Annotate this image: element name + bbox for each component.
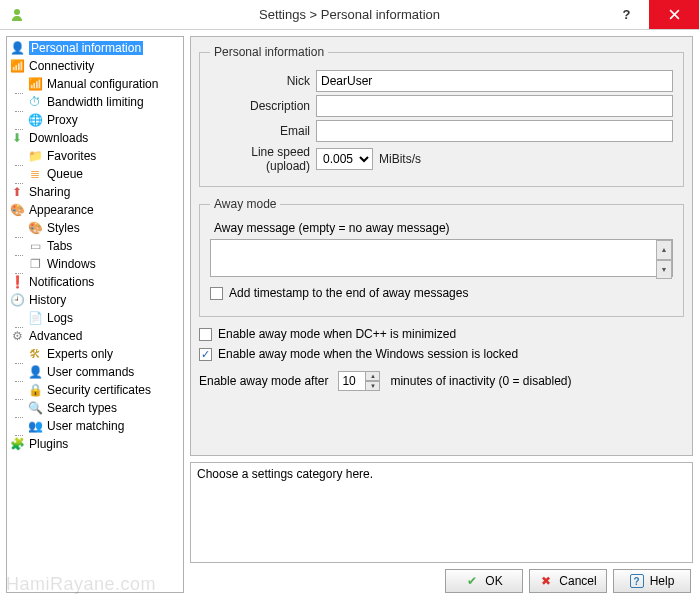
settings-panel: Personal information Nick Description Em… xyxy=(190,36,693,456)
tree-label: Proxy xyxy=(47,113,78,127)
tree-label: Tabs xyxy=(47,239,72,253)
away-msg-up-button[interactable]: ▲ xyxy=(656,240,672,260)
download-icon: ⬇ xyxy=(9,130,25,146)
email-input[interactable] xyxy=(316,120,673,142)
tree-item-logs[interactable]: 📄Logs xyxy=(7,309,183,327)
tree-label: Personal information xyxy=(29,41,143,55)
titlebar-help-button[interactable]: ? xyxy=(604,0,649,29)
bell-icon: ❗ xyxy=(9,274,25,290)
tree-item-user-matching[interactable]: 👥User matching xyxy=(7,417,183,435)
tree-item-experts-only[interactable]: 🛠Experts only xyxy=(7,345,183,363)
history-icon: 🕘 xyxy=(9,292,25,308)
tree-label: Connectivity xyxy=(29,59,94,73)
tree-item-security-certificates[interactable]: 🔒Security certificates xyxy=(7,381,183,399)
settings-tree[interactable]: 👤Personal information📶Connectivity📶Manua… xyxy=(6,36,184,593)
tree-item-sharing[interactable]: ⬆Sharing xyxy=(7,183,183,201)
tree-item-connectivity[interactable]: 📶Connectivity xyxy=(7,57,183,75)
tree-item-history[interactable]: 🕘History xyxy=(7,291,183,309)
appearance-icon: 🎨 xyxy=(9,202,25,218)
tree-item-personal-information[interactable]: 👤Personal information xyxy=(7,39,183,57)
ok-button[interactable]: ✔ OK xyxy=(445,569,523,593)
tree-item-downloads[interactable]: ⬇Downloads xyxy=(7,129,183,147)
tree-label: Advanced xyxy=(29,329,82,343)
away-message-label: Away message (empty = no away message) xyxy=(214,221,673,235)
tree-label: Security certificates xyxy=(47,383,151,397)
line-speed-unit: MiBits/s xyxy=(379,152,421,166)
nick-label: Nick xyxy=(210,74,310,88)
titlebar-close-button[interactable] xyxy=(649,0,699,29)
tree-item-appearance[interactable]: 🎨Appearance xyxy=(7,201,183,219)
lock-icon: 🔒 xyxy=(27,382,43,398)
window-title: Settings > Personal information xyxy=(0,7,699,22)
tree-label: Logs xyxy=(47,311,73,325)
inactivity-up-button[interactable]: ▲ xyxy=(366,371,380,381)
tree-label: Downloads xyxy=(29,131,88,145)
tree-item-favorites[interactable]: 📁Favorites xyxy=(7,147,183,165)
locked-checkbox[interactable] xyxy=(199,348,212,361)
away-msg-down-button[interactable]: ▼ xyxy=(656,260,672,280)
gear-icon: ⚙ xyxy=(9,328,25,344)
globe-icon: 🌐 xyxy=(27,112,43,128)
svg-point-0 xyxy=(14,9,20,15)
user-match-icon: 👥 xyxy=(27,418,43,434)
tree-label: Bandwidth limiting xyxy=(47,95,144,109)
signal-icon: 📶 xyxy=(27,76,43,92)
help-label: Help xyxy=(650,574,675,588)
gauge-icon: ⏱ xyxy=(27,94,43,110)
app-icon xyxy=(8,6,26,24)
tree-label: Styles xyxy=(47,221,80,235)
tree-label: Queue xyxy=(47,167,83,181)
tabs-icon: ▭ xyxy=(27,238,43,254)
cancel-label: Cancel xyxy=(559,574,596,588)
tree-item-manual-configuration[interactable]: 📶Manual configuration xyxy=(7,75,183,93)
description-label: Description xyxy=(210,99,310,113)
signal-icon: 📶 xyxy=(9,58,25,74)
help-button[interactable]: ? Help xyxy=(613,569,691,593)
tree-label: History xyxy=(29,293,66,307)
description-text: Choose a settings category here. xyxy=(197,467,373,481)
ok-label: OK xyxy=(485,574,502,588)
timestamp-checkbox[interactable] xyxy=(210,287,223,300)
tree-item-queue[interactable]: ≣Queue xyxy=(7,165,183,183)
description-input[interactable] xyxy=(316,95,673,117)
windows-icon: ❐ xyxy=(27,256,43,272)
tree-label: Favorites xyxy=(47,149,96,163)
user-cmd-icon: 👤 xyxy=(27,364,43,380)
tree-item-styles[interactable]: 🎨Styles xyxy=(7,219,183,237)
tree-item-advanced[interactable]: ⚙Advanced xyxy=(7,327,183,345)
cancel-button[interactable]: ✖ Cancel xyxy=(529,569,607,593)
tree-label: Manual configuration xyxy=(47,77,158,91)
tree-item-windows[interactable]: ❐Windows xyxy=(7,255,183,273)
tree-item-search-types[interactable]: 🔍Search types xyxy=(7,399,183,417)
inactivity-input[interactable] xyxy=(338,371,366,391)
inactivity-down-button[interactable]: ▼ xyxy=(366,381,380,391)
titlebar: Settings > Personal information ? xyxy=(0,0,699,30)
tree-label: User matching xyxy=(47,419,124,433)
email-label: Email xyxy=(210,124,310,138)
tree-item-notifications[interactable]: ❗Notifications xyxy=(7,273,183,291)
personal-info-legend: Personal information xyxy=(210,45,328,59)
tree-label: Appearance xyxy=(29,203,94,217)
away-mode-group: Away mode Away message (empty = no away … xyxy=(199,197,684,317)
tree-item-proxy[interactable]: 🌐Proxy xyxy=(7,111,183,129)
away-message-input[interactable] xyxy=(210,239,673,277)
tree-label: Notifications xyxy=(29,275,94,289)
timestamp-label: Add timestamp to the end of away message… xyxy=(229,286,468,300)
tree-item-user-commands[interactable]: 👤User commands xyxy=(7,363,183,381)
away-mode-legend: Away mode xyxy=(210,197,280,211)
description-panel: Choose a settings category here. xyxy=(190,462,693,563)
personal-info-group: Personal information Nick Description Em… xyxy=(199,45,684,187)
minimized-checkbox[interactable] xyxy=(199,328,212,341)
tree-label: Experts only xyxy=(47,347,113,361)
line-speed-label: Line speed (upload) xyxy=(210,145,310,173)
nick-input[interactable] xyxy=(316,70,673,92)
palette-icon: 🎨 xyxy=(27,220,43,236)
locked-label: Enable away mode when the Windows sessio… xyxy=(218,347,518,361)
tree-item-bandwidth-limiting[interactable]: ⏱Bandwidth limiting xyxy=(7,93,183,111)
tree-item-plugins[interactable]: 🧩Plugins xyxy=(7,435,183,453)
search-icon: 🔍 xyxy=(27,400,43,416)
tree-label: Sharing xyxy=(29,185,70,199)
inactivity-suffix: minutes of inactivity (0 = disabled) xyxy=(390,374,571,388)
line-speed-select[interactable]: 0.005 xyxy=(316,148,373,170)
tree-item-tabs[interactable]: ▭Tabs xyxy=(7,237,183,255)
